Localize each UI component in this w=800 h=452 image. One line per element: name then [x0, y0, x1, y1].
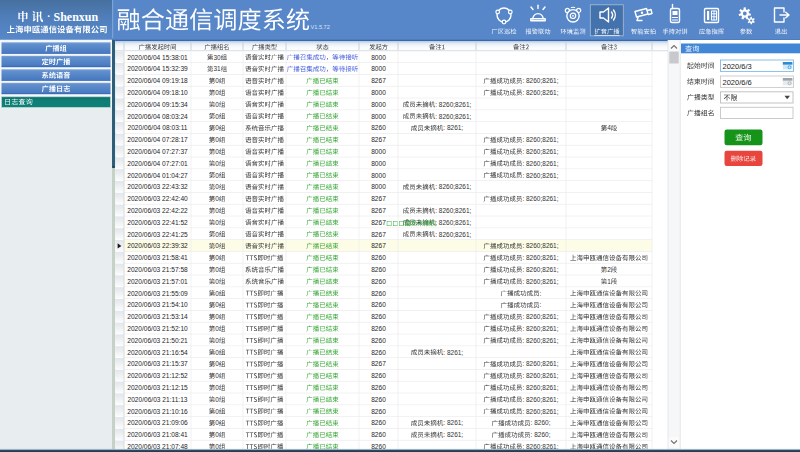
svg-text:2020/06/03 21:12:52: 2020/06/03 21:12:52: [127, 372, 188, 379]
svg-text:: 8260;8261;: : 8260;8261;: [435, 207, 471, 214]
svg-text:8267: 8267: [371, 231, 386, 238]
svg-text:2020/06/03 22:41:52: 2020/06/03 22:41:52: [127, 219, 188, 226]
svg-text:8260: 8260: [371, 372, 386, 379]
svg-text:2020/6/3: 2020/6/3: [723, 62, 752, 71]
svg-text:8267: 8267: [371, 207, 386, 214]
svg-text:2020/06/03 21:50:21: 2020/06/03 21:50:21: [127, 337, 188, 344]
svg-text:0: 0: [215, 136, 219, 143]
svg-text:2020/06/03 21:09:06: 2020/06/03 21:09:06: [127, 419, 188, 426]
svg-text:2020/06/03 22:42:22: 2020/06/03 22:42:22: [127, 207, 188, 214]
svg-text:2020/06/04 07:27:37: 2020/06/04 07:27:37: [127, 148, 188, 155]
svg-text:0: 0: [215, 219, 219, 226]
svg-text:8260: 8260: [371, 266, 386, 273]
svg-text:1: 1: [607, 278, 611, 285]
svg-text:8267: 8267: [371, 136, 386, 143]
svg-text:8000: 8000: [371, 113, 386, 120]
svg-text:2020/06/03 21:08:41: 2020/06/03 21:08:41: [127, 431, 188, 438]
svg-text:2020/06/03 22:41:25: 2020/06/03 22:41:25: [127, 231, 188, 238]
svg-text:0: 0: [215, 325, 219, 332]
svg-text:2020/06/03 21:52:10: 2020/06/03 21:52:10: [127, 325, 188, 332]
svg-text:: 8260;8261;: : 8260;8261;: [522, 408, 558, 415]
svg-text:2020/06/03 22:43:32: 2020/06/03 22:43:32: [127, 183, 188, 190]
svg-text:30: 30: [213, 54, 221, 61]
svg-text:2020/06/03 22:42:40: 2020/06/03 22:42:40: [127, 195, 188, 202]
svg-text:2020/06/04 07:28:17: 2020/06/04 07:28:17: [127, 136, 188, 143]
svg-text:: 8260;: : 8260;: [531, 431, 551, 438]
svg-text:0: 0: [215, 242, 219, 249]
svg-text:2020/06/03 21:55:09: 2020/06/03 21:55:09: [127, 290, 188, 297]
svg-text:2020/06/04 09:19:18: 2020/06/04 09:19:18: [127, 77, 188, 84]
svg-text:8260: 8260: [371, 325, 386, 332]
svg-text:8260: 8260: [371, 278, 386, 285]
svg-text:0: 0: [215, 372, 219, 379]
svg-text:0: 0: [215, 195, 219, 202]
svg-text:4: 4: [607, 124, 611, 131]
svg-text:8000: 8000: [371, 160, 386, 167]
svg-text:0: 0: [215, 183, 219, 190]
svg-text:0: 0: [215, 384, 219, 391]
svg-text:0: 0: [215, 290, 219, 297]
svg-text:2020/06/04 08:03:24: 2020/06/04 08:03:24: [127, 113, 188, 120]
svg-text:: 8260;8261;: : 8260;8261;: [522, 172, 558, 179]
svg-text:8267: 8267: [371, 219, 386, 226]
svg-text:2020/06/04 09:15:34: 2020/06/04 09:15:34: [127, 101, 188, 108]
svg-text:0: 0: [215, 408, 219, 415]
svg-text:: 8260;8261;: : 8260;8261;: [522, 148, 558, 155]
svg-text:2020/06/04 08:03:11: 2020/06/04 08:03:11: [127, 124, 187, 131]
svg-text:: 8260;8261;: : 8260;8261;: [522, 89, 558, 96]
svg-text:8260: 8260: [371, 301, 386, 308]
svg-text:: 8260;8261;: : 8260;8261;: [522, 313, 558, 320]
svg-text:2020/06/04 15:38:01: 2020/06/04 15:38:01: [127, 54, 188, 61]
svg-text:0: 0: [215, 77, 219, 84]
svg-text:2020/06/03 21:10:16: 2020/06/03 21:10:16: [127, 408, 188, 415]
svg-text:0: 0: [215, 337, 219, 344]
svg-text:: 8260;8261;: : 8260;8261;: [522, 195, 558, 202]
svg-text:0: 0: [215, 148, 219, 155]
svg-text:0: 0: [215, 254, 219, 261]
svg-text:0: 0: [215, 101, 219, 108]
svg-text:2020/06/04 01:04:27: 2020/06/04 01:04:27: [127, 172, 188, 179]
svg-text:: 8260;8261;: : 8260;8261;: [435, 183, 471, 190]
svg-text:: 8260;8261;: : 8260;8261;: [522, 136, 558, 143]
svg-text:: 8260;8261;: : 8260;8261;: [522, 266, 558, 273]
svg-text:0: 0: [215, 396, 219, 403]
svg-text:0: 0: [215, 278, 219, 285]
svg-text:Shenxun: Shenxun: [54, 10, 99, 24]
svg-text:8260: 8260: [371, 337, 386, 344]
svg-text:0: 0: [215, 313, 219, 320]
svg-text::: :: [540, 290, 542, 297]
svg-text:8260: 8260: [371, 431, 386, 438]
svg-text:2020/06/03 21:15:37: 2020/06/03 21:15:37: [127, 360, 188, 367]
svg-text:: 8260;8261;: : 8260;8261;: [522, 325, 558, 332]
svg-text:8260: 8260: [371, 396, 386, 403]
svg-text:8267: 8267: [371, 242, 386, 249]
svg-text:0: 0: [215, 160, 219, 167]
svg-text:: 8260;8261;: : 8260;8261;: [522, 77, 558, 84]
svg-text:8000: 8000: [371, 54, 386, 61]
svg-text:8260: 8260: [371, 419, 386, 426]
svg-text:8000: 8000: [371, 148, 386, 155]
svg-text:8260: 8260: [371, 313, 386, 320]
svg-text:: 8261;: : 8261;: [443, 419, 463, 426]
svg-text:: 8261;: : 8261;: [443, 431, 463, 438]
svg-text:8260: 8260: [371, 124, 386, 131]
svg-text:: 8260;8261;: : 8260;8261;: [522, 254, 558, 261]
svg-text:0: 0: [215, 89, 219, 96]
svg-text:2020/06/03 21:12:15: 2020/06/03 21:12:15: [127, 384, 188, 391]
svg-text:: 8260;: : 8260;: [531, 419, 551, 426]
svg-text:8000: 8000: [371, 101, 386, 108]
svg-text:0: 0: [215, 431, 219, 438]
svg-text:0: 0: [215, 349, 219, 356]
svg-text:: 8260;8261;: : 8260;8261;: [522, 384, 558, 391]
svg-text:: 8260;8261;: : 8260;8261;: [522, 337, 558, 344]
svg-text:2020/06/04 07:27:01: 2020/06/04 07:27:01: [127, 160, 188, 167]
svg-text:2020/6/6: 2020/6/6: [723, 78, 752, 87]
svg-text:31: 31: [213, 65, 221, 72]
svg-text:8267: 8267: [371, 77, 386, 84]
svg-text:2020/06/03 22:39:32: 2020/06/03 22:39:32: [127, 242, 188, 249]
svg-text:8267: 8267: [371, 195, 386, 202]
svg-text:2020/06/03 21:57:01: 2020/06/03 21:57:01: [127, 278, 188, 285]
svg-text:0: 0: [215, 172, 219, 179]
svg-text:2020/06/03 21:58:41: 2020/06/03 21:58:41: [127, 254, 188, 261]
svg-text:8267: 8267: [371, 360, 386, 367]
